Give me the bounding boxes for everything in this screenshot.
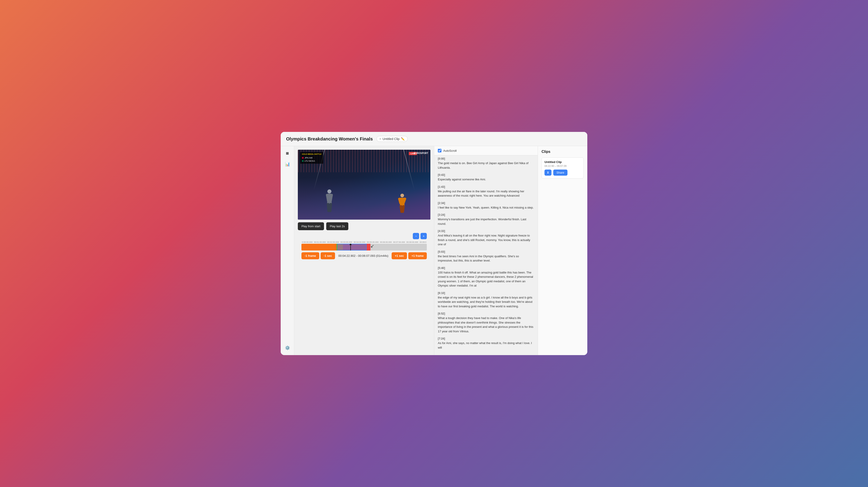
play-from-start-button[interactable]: Play from start xyxy=(298,222,324,230)
timeline-selection xyxy=(337,244,367,250)
ltu-flag xyxy=(302,160,304,162)
transcript-timestamp: [4:33] xyxy=(438,230,534,233)
clip-badge[interactable]: × Untitled Clip ✏️ xyxy=(376,136,408,142)
broadcaster-logo: EUROSPORT xyxy=(414,152,428,154)
autoscroll-checkbox[interactable] xyxy=(438,149,441,152)
transcript-entry: [3:24]Mommy's transitions are just the i… xyxy=(438,213,534,226)
transcript-text: the edge of my seat right now as a b gir… xyxy=(438,295,534,309)
autoscroll-label: AutoScroll xyxy=(443,149,457,152)
transcript-text: The gold medal is on. Bee Girl Army of J… xyxy=(438,161,534,170)
timecode-row: -1 frame -1 sec 00:04:22.902 - 00:06:07.… xyxy=(302,252,427,259)
transcript-text: 100 halos to finish it off. What an amaz… xyxy=(438,270,534,288)
clip-card-title: Untitled Clip xyxy=(545,160,581,164)
transcript-section: AutoScroll [0:00]The gold medal is on. B… xyxy=(434,146,538,355)
time-label-3: 00:03:00.000 xyxy=(340,241,352,243)
transcript-entry: [5:40]100 halos to finish it off. What a… xyxy=(438,267,534,288)
transcript-entry: [7:24]As for Ami, she says, no matter wh… xyxy=(438,337,534,350)
transcript-text: Me pulling out the air flare in the late… xyxy=(438,189,534,198)
transcript-timestamp: [5:03] xyxy=(438,250,534,253)
time-label-4: 00:04:00.000 xyxy=(353,241,366,243)
play-controls: Play from start Play last 2s xyxy=(298,222,430,230)
video-section: GOLD MEDAL BATTLE JPN AMI LTU NICKA xyxy=(294,146,434,355)
transcript-entry: [0:00]The gold medal is on. Bee Girl Arm… xyxy=(438,157,534,170)
transcript-timestamp: [0:43] xyxy=(438,173,534,177)
transcript-timestamp: [3:24] xyxy=(438,213,534,216)
clip-end-marker xyxy=(367,244,367,250)
time-label-7: 00:07:00.000 xyxy=(393,241,405,243)
scoreboard-title: GOLD MEDAL BATTLE xyxy=(302,153,321,156)
time-label-2: 00:02:00.000 xyxy=(327,241,339,243)
playhead[interactable] xyxy=(350,244,351,250)
dancer-left xyxy=(325,189,334,214)
transcript-timestamp: [7:24] xyxy=(438,337,534,340)
play-last-button[interactable]: Play last 2s xyxy=(326,222,348,230)
minus-frame-button[interactable]: -1 frame xyxy=(302,252,319,259)
time-label-0: 0:00:00.000 xyxy=(302,241,313,243)
frame-controls-left: -1 frame -1 sec xyxy=(302,252,335,259)
time-label-1: 00:01:00.000 xyxy=(314,241,326,243)
jpn-flag xyxy=(302,157,304,159)
zoom-controls: − + xyxy=(302,233,427,239)
clip-start-marker xyxy=(337,244,337,250)
transcript-text: As for Ami, she says, no matter what the… xyxy=(438,341,534,350)
timecode-display: 00:04:22.902 - 00:06:07.093 (01m44s) xyxy=(338,254,389,257)
download-button[interactable]: ⬇ xyxy=(545,170,552,176)
transcript-text: Especially against someone like Ami. xyxy=(438,177,534,182)
transcript-content[interactable]: [0:00]The gold medal is on. Bee Girl Arm… xyxy=(434,155,538,355)
transcript-timestamp: [2:34] xyxy=(438,202,534,205)
time-label-8: 00:08:00.000 xyxy=(406,241,418,243)
transcript-entry: [6:52]What a tough decision they have ha… xyxy=(438,312,534,333)
svg-point-6 xyxy=(400,194,404,197)
timeline-bar[interactable]: ↙ xyxy=(302,244,427,250)
clips-title: Clips xyxy=(541,150,584,154)
clips-sidebar: Clips Untitled Clip 04:22.90 – 06:07.09 … xyxy=(538,146,587,355)
minus-sec-button[interactable]: -1 sec xyxy=(320,252,335,259)
time-label-5: 00:05:00.000 xyxy=(367,241,379,243)
transcript-timestamp: [1:43] xyxy=(438,185,534,188)
transcript-text: What a tough decision they have had to m… xyxy=(438,316,534,333)
timeline-section: − + 0:00:00.000 00:01:00.000 00:02:00.00… xyxy=(298,233,430,263)
video-player: GOLD MEDAL BATTLE JPN AMI LTU NICKA xyxy=(298,150,430,220)
transcript-text: And Mika's leaving it all on the floor r… xyxy=(438,233,534,247)
sidebar-settings-icon[interactable]: ⚙️ xyxy=(284,344,291,352)
main-panel: GOLD MEDAL BATTLE JPN AMI LTU NICKA xyxy=(294,146,587,355)
transcript-entry: [1:43]Me pulling out the air flare in th… xyxy=(438,185,534,198)
transcript-entry: [4:33]And Mika's leaving it all on the f… xyxy=(438,230,534,247)
scoreboard-overlay: GOLD MEDAL BATTLE JPN AMI LTU NICKA xyxy=(300,152,323,164)
frame-controls-right: +1 sec +1 frame xyxy=(392,252,427,259)
clip-card: Untitled Clip 04:22.90 – 06:07.09 ⬇ Shar… xyxy=(541,157,584,179)
clip-close-btn[interactable]: × xyxy=(379,137,381,141)
plus-sec-button[interactable]: +1 sec xyxy=(392,252,407,259)
clip-card-actions: ⬇ Share xyxy=(545,170,581,176)
sidebar-media-icon[interactable]: ⏹ xyxy=(284,150,291,157)
transcript-entry: [0:43]Especially against someone like Am… xyxy=(438,173,534,182)
edit-icon[interactable]: ✏️ xyxy=(401,137,405,141)
left-sidebar: ⏹ 📊 ⚙️ xyxy=(281,146,294,355)
svg-rect-5 xyxy=(329,203,332,212)
header: Olympics Breakdancing Women's Finals × U… xyxy=(281,132,587,146)
zoom-out-button[interactable]: − xyxy=(413,233,419,239)
transcript-text: Mommy's transitions are just the imperfe… xyxy=(438,217,534,226)
transcript-entry: [6:10]the edge of my seat right now as a… xyxy=(438,292,534,309)
transcript-header: AutoScroll xyxy=(434,146,538,155)
cursor: ↙ xyxy=(370,244,374,249)
transcript-entry: [2:34]I feel like to say New York. Yeah,… xyxy=(438,202,534,210)
transcript-timestamp: [6:52] xyxy=(438,312,534,315)
time-label-6: 00:06:00.000 xyxy=(380,241,392,243)
clip-card-timerange: 04:22.90 – 06:07.09 xyxy=(545,164,581,167)
page-title: Olympics Breakdancing Women's Finals xyxy=(286,136,373,142)
svg-point-0 xyxy=(328,189,332,193)
transcript-text: I feel like to say New York. Yeah, queen… xyxy=(438,205,534,210)
team1-label: JPN AMI xyxy=(305,156,312,159)
team2-label: LTU NICKA xyxy=(305,159,315,162)
zoom-in-button[interactable]: + xyxy=(421,233,427,239)
transcript-timestamp: [6:10] xyxy=(438,292,534,295)
share-button[interactable]: Share xyxy=(553,170,567,176)
time-label-9: 00:09:0 xyxy=(420,241,426,243)
transcript-entry: [5:03]the best times I've seen Ami in th… xyxy=(438,250,534,263)
transcript-text: the best times I've seen Ami in the Olym… xyxy=(438,254,534,263)
plus-frame-button[interactable]: +1 frame xyxy=(408,252,427,259)
transcript-timestamp: [5:40] xyxy=(438,267,534,270)
clip-name-label: Untitled Clip xyxy=(382,137,400,141)
sidebar-analytics-icon[interactable]: 📊 xyxy=(284,160,291,168)
